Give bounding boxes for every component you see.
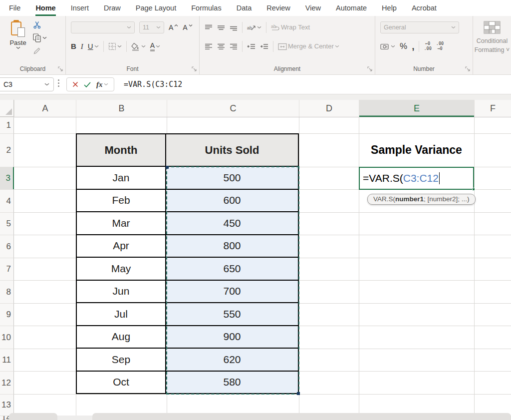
cut-button[interactable] [33, 21, 47, 29]
month-cell[interactable]: Feb [77, 190, 166, 212]
menu-tab-view[interactable]: View [305, 0, 321, 16]
menu-tab-help[interactable]: Help [382, 0, 397, 16]
sample-variance-label-cell[interactable]: Sample Variance [359, 133, 474, 167]
number-format-select[interactable]: General [380, 21, 459, 33]
horizontal-scrollbar[interactable] [92, 413, 511, 420]
active-cell-editor[interactable]: =VAR.S(C3:C12 [359, 167, 474, 190]
align-bottom-button[interactable] [230, 24, 238, 31]
month-header-cell[interactable]: Month [77, 134, 166, 166]
menu-tab-data[interactable]: Data [237, 0, 252, 16]
month-cell[interactable]: Jul [77, 303, 166, 325]
column-header-d[interactable]: D [299, 100, 359, 117]
copy-button[interactable] [33, 33, 47, 42]
increase-font-button[interactable]: A [169, 24, 178, 31]
comma-style-button[interactable]: , [412, 43, 414, 49]
month-cell[interactable]: Oct [77, 372, 166, 394]
units-cell[interactable]: 550 [166, 303, 298, 325]
fill-handle[interactable] [472, 188, 475, 191]
dialog-launcher-icon[interactable] [465, 66, 470, 71]
formula-input[interactable]: =VAR.S(C3:C12 [119, 77, 509, 91]
units-cell[interactable]: 620 [166, 349, 298, 371]
menu-tab-insert[interactable]: Insert [71, 0, 89, 16]
merge-center-button[interactable]: Merge & Center [278, 43, 339, 50]
row-header-2[interactable]: 2 [0, 133, 14, 167]
underline-button[interactable]: U [88, 45, 99, 48]
borders-button[interactable] [108, 42, 122, 50]
month-cell[interactable]: Mar [77, 212, 166, 234]
units-cell[interactable]: 600 [166, 190, 298, 212]
dialog-launcher-icon[interactable] [192, 66, 197, 71]
row-header-9[interactable]: 9 [0, 303, 14, 326]
column-header-a[interactable]: A [14, 100, 76, 117]
formula-bar-handle[interactable] [58, 79, 59, 87]
row-header-3[interactable]: 3 [0, 167, 14, 189]
month-cell[interactable]: Sep [77, 349, 166, 371]
month-cell[interactable]: Apr [77, 235, 166, 257]
orientation-button[interactable]: ab [247, 24, 261, 31]
menu-tab-home[interactable]: Home [35, 0, 55, 16]
units-cell[interactable]: 700 [166, 281, 298, 303]
increase-decimal-button[interactable]: ←0 .00 [424, 41, 431, 51]
units-cell[interactable]: 580 [166, 372, 298, 394]
units-cell[interactable]: 900 [166, 326, 298, 348]
sheet-tab-bar[interactable] [9, 413, 57, 420]
menu-tab-file[interactable]: File [9, 0, 20, 16]
row-header-11[interactable]: 11 [0, 349, 14, 371]
units-cell[interactable]: 800 [166, 235, 298, 257]
menu-tab-acrobat[interactable]: Acrobat [412, 0, 437, 16]
month-cell[interactable]: May [77, 258, 166, 280]
menu-tab-automate[interactable]: Automate [336, 0, 367, 16]
row-header-12[interactable]: 12 [0, 371, 14, 394]
align-middle-button[interactable] [217, 24, 225, 31]
row-header-1[interactable]: 1 [0, 117, 14, 133]
cancel-button[interactable] [72, 81, 78, 87]
units-header-cell[interactable]: Units Sold [166, 134, 298, 166]
units-cell[interactable]: 500 [166, 167, 298, 189]
row-header-7[interactable]: 7 [0, 258, 14, 280]
check-icon [84, 82, 91, 87]
align-right-button[interactable] [230, 43, 238, 50]
font-size-select[interactable]: 11 [139, 21, 164, 33]
decrease-font-button[interactable]: A [183, 24, 192, 31]
insert-function-button[interactable]: fx [96, 83, 108, 86]
dialog-launcher-icon[interactable] [367, 66, 372, 71]
align-center-button[interactable] [217, 43, 225, 50]
menu-tab-draw[interactable]: Draw [104, 0, 121, 16]
menu-tab-page-layout[interactable]: Page Layout [136, 0, 176, 16]
format-painter-button[interactable] [33, 47, 47, 55]
menu-tab-review[interactable]: Review [266, 0, 290, 16]
select-all-corner[interactable] [0, 100, 14, 117]
fill-color-button[interactable] [131, 42, 146, 51]
enter-button[interactable] [84, 82, 91, 87]
column-header-e[interactable]: E [359, 100, 474, 117]
gridline [299, 117, 299, 420]
units-cell[interactable]: 450 [166, 212, 298, 234]
column-header-f[interactable]: F [474, 100, 511, 117]
column-header-c[interactable]: C [167, 100, 299, 117]
units-cell[interactable]: 650 [166, 258, 298, 280]
font-color-button[interactable]: A [150, 42, 160, 51]
month-cell[interactable]: Aug [77, 326, 166, 348]
decrease-indent-button[interactable] [247, 43, 256, 50]
month-cell[interactable]: Jan [77, 167, 166, 189]
accounting-format-button[interactable] [380, 43, 395, 50]
paste-button[interactable]: Paste [5, 20, 31, 49]
month-cell[interactable]: Jun [77, 281, 166, 303]
menu-tab-formulas[interactable]: Formulas [191, 0, 221, 16]
row-header-13[interactable]: 13 [0, 394, 14, 416]
row-header-8[interactable]: 8 [0, 280, 14, 303]
name-box[interactable]: C3 [0, 77, 54, 91]
font-name-select[interactable] [71, 21, 135, 33]
align-top-button[interactable] [205, 24, 213, 31]
column-header-b[interactable]: B [76, 100, 167, 117]
conditional-formatting-button[interactable]: ConditionalFormatting ˅ [473, 16, 511, 74]
align-left-button[interactable] [205, 43, 213, 50]
row-header-5[interactable]: 5 [0, 212, 14, 235]
decrease-decimal-button[interactable]: .00 →0 [436, 41, 444, 51]
row-header-4[interactable]: 4 [0, 189, 14, 212]
row-header-6[interactable]: 6 [0, 235, 14, 258]
dialog-launcher-icon[interactable] [58, 66, 63, 71]
increase-indent-button[interactable] [260, 43, 268, 50]
wrap-text-button[interactable]: abWrap Text [271, 24, 310, 31]
row-header-10[interactable]: 10 [0, 326, 14, 349]
